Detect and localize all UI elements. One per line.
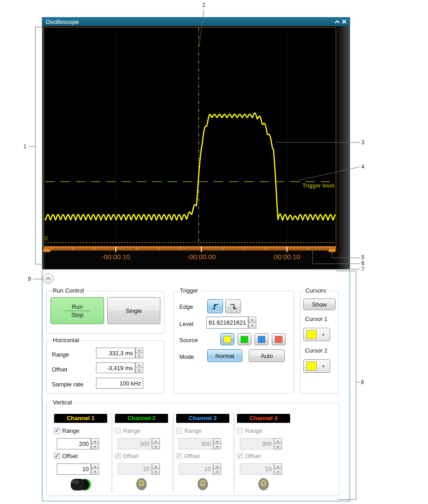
- channel4-range-field[interactable]: 300: [240, 438, 274, 449]
- close-icon: [342, 19, 346, 24]
- trigger-level-spinner[interactable]: ▲▼: [248, 316, 256, 329]
- channel3-header: Channel 3: [176, 414, 229, 423]
- channel4-connector-icon[interactable]: [258, 477, 269, 491]
- panel-collapse-button[interactable]: [43, 273, 54, 284]
- channel1-range-spinner[interactable]: ▲▼: [91, 438, 99, 449]
- axis-tick-label: -00:00.00: [179, 253, 224, 261]
- scope-plot-area[interactable]: [44, 27, 336, 247]
- source-label: Source: [179, 337, 198, 344]
- rising-edge-icon: [211, 303, 219, 310]
- spin-down-icon[interactable]: ▼: [213, 469, 221, 475]
- window-collapse-button[interactable]: [333, 18, 341, 25]
- channel2-range-spinner[interactable]: ▲▼: [152, 438, 160, 449]
- channel1-offset-spinner[interactable]: ▲▼: [91, 463, 99, 475]
- trigger-title: Trigger: [178, 287, 200, 294]
- channel4-offset-field[interactable]: 10: [240, 463, 274, 475]
- channel2-offset-checkbox[interactable]: ✓: [115, 453, 121, 459]
- channel4-offset-spinner[interactable]: ▲▼: [274, 463, 282, 475]
- callout-4: 4: [361, 164, 364, 170]
- channel3-range-checkbox[interactable]: [176, 428, 182, 434]
- spin-down-icon[interactable]: ▼: [274, 469, 282, 475]
- spin-down-icon[interactable]: ▼: [152, 444, 160, 449]
- channel3-range-spinner[interactable]: ▲▼: [213, 438, 221, 449]
- channel1-range-field[interactable]: 200: [57, 438, 91, 449]
- mode-auto-button[interactable]: Auto: [249, 349, 285, 362]
- run-control-title: Run Control: [51, 287, 86, 294]
- scope-right-gradient: [336, 26, 350, 269]
- offset-label: Offset: [52, 366, 67, 373]
- window-close-button[interactable]: [341, 18, 348, 25]
- horizontal-offset-spinner[interactable]: ▲▼: [135, 362, 143, 373]
- channel2-connector-icon[interactable]: [136, 477, 147, 491]
- channel4-color-swatch: [275, 336, 282, 343]
- run-stop-button[interactable]: Run Stop: [50, 297, 104, 324]
- channel3-offset-field[interactable]: 10: [179, 463, 213, 475]
- edge-rising-button[interactable]: [207, 299, 223, 313]
- spin-up-icon[interactable]: ▲: [248, 316, 256, 323]
- run-stop-divider: [64, 311, 91, 311]
- cursor2-color-dropdown[interactable]: ▼: [303, 359, 330, 373]
- channel4-offset-label: Offset: [245, 453, 260, 459]
- single-button[interactable]: Single: [107, 297, 160, 324]
- spin-down-icon[interactable]: ▼: [135, 353, 143, 359]
- source-channel2-button[interactable]: [237, 333, 251, 345]
- channel2-range-checkbox[interactable]: [115, 428, 121, 434]
- sample-rate-field[interactable]: 100 kHz: [96, 378, 143, 389]
- channel2-color-swatch: [241, 336, 248, 343]
- channel-separator: [234, 413, 234, 492]
- callout-7: 7: [361, 266, 364, 272]
- cursor1-color-dropdown[interactable]: ▼: [303, 328, 330, 341]
- horizontal-range-field[interactable]: 332,3 ms: [96, 348, 135, 358]
- channel4-header: Channel 4: [237, 414, 290, 423]
- channel3-offset-spinner[interactable]: ▲▼: [213, 463, 221, 475]
- cursor2-label: Cursor 2: [305, 347, 328, 354]
- channel1-offset-label: Offset: [62, 453, 77, 459]
- callout-8: 8: [361, 379, 364, 385]
- axis-tick-label: 00:00.10: [264, 253, 310, 261]
- spin-down-icon[interactable]: ▼: [91, 444, 99, 449]
- horizontal-offset-field[interactable]: -3,419 ms: [96, 362, 135, 373]
- channel2-range-field[interactable]: 300: [118, 438, 152, 449]
- cursors-title: Cursors: [304, 287, 328, 294]
- channel1-offset-field[interactable]: 10: [57, 463, 91, 475]
- channel3-connector-icon[interactable]: [197, 477, 208, 491]
- channel-separator: [173, 413, 173, 492]
- spin-down-icon[interactable]: ▼: [135, 368, 143, 374]
- panel-separator: [42, 269, 350, 270]
- source-channel1-button[interactable]: [220, 333, 234, 345]
- spin-down-icon[interactable]: ▼: [248, 322, 256, 329]
- channel2-offset-spinner[interactable]: ▲▼: [152, 463, 160, 475]
- channel1-connector-icon[interactable]: [68, 477, 93, 492]
- channel1-offset-checkbox[interactable]: ✓: [54, 453, 60, 459]
- cursor1-label: Cursor 1: [305, 316, 328, 322]
- dropdown-caret-icon: ▼: [322, 365, 325, 368]
- channel1-range-checkbox[interactable]: ✓: [54, 428, 60, 434]
- falling-edge-icon: [229, 303, 237, 310]
- cursors-show-button[interactable]: Show: [303, 298, 336, 310]
- sample-rate-label: Sample rate: [52, 381, 83, 388]
- range-label: Range: [52, 351, 69, 358]
- callout-9: 9: [28, 276, 31, 282]
- channel2-offset-field[interactable]: 10: [118, 463, 152, 475]
- time-axis-ruler[interactable]: [44, 247, 336, 251]
- cursor1-color-swatch: [306, 330, 317, 339]
- channel3-color-swatch: [258, 336, 265, 343]
- edge-falling-button[interactable]: [225, 299, 241, 313]
- horizontal-range-spinner[interactable]: ▲▼: [135, 348, 143, 358]
- spin-down-icon[interactable]: ▼: [213, 444, 221, 449]
- channel4-offset-checkbox[interactable]: ✓: [237, 453, 243, 459]
- spin-down-icon[interactable]: ▼: [274, 444, 282, 449]
- trigger-level-field[interactable]: 81.621621621: [206, 316, 248, 329]
- channel3-offset-checkbox[interactable]: ✓: [176, 453, 182, 459]
- channel3-range-field[interactable]: 300: [179, 438, 213, 449]
- channel1-header: Channel 1: [54, 414, 107, 423]
- bnc-socket-icon: [258, 477, 269, 491]
- channel4-range-spinner[interactable]: ▲▼: [274, 438, 282, 449]
- spin-down-icon[interactable]: ▼: [152, 469, 160, 475]
- spin-down-icon[interactable]: ▼: [91, 469, 99, 475]
- mode-normal-button[interactable]: Normal: [207, 349, 242, 362]
- source-channel4-button[interactable]: [272, 333, 286, 345]
- page: Oscilloscope -00:00.10 -00:00.00 00:00.1…: [0, 0, 428, 504]
- channel4-range-checkbox[interactable]: [237, 428, 243, 434]
- source-channel3-button[interactable]: [255, 333, 269, 345]
